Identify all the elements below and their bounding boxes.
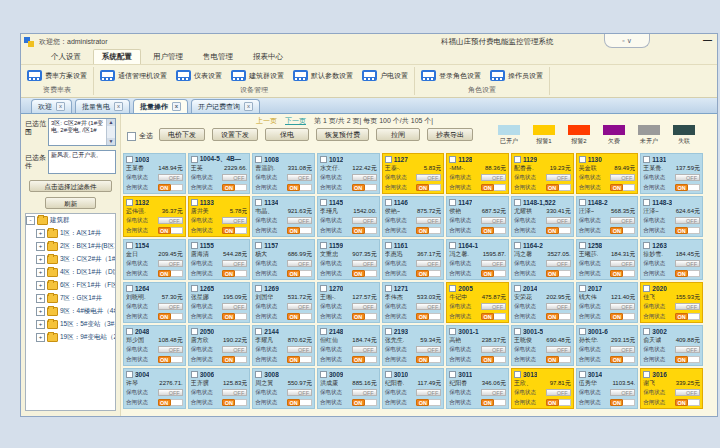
meter-card[interactable]: 1128-MM-.88.36元保电状态OFF合闸状态ON xyxy=(446,153,509,194)
switch-state-toggle-on[interactable]: ON xyxy=(158,313,183,320)
switch-state-toggle-on[interactable]: ON xyxy=(222,270,247,277)
card-checkbox[interactable] xyxy=(514,371,521,378)
meter-card[interactable]: 2014安荣花202.95元保电状态OFF合闸状态ON xyxy=(511,282,574,323)
power-protect-toggle-off[interactable]: OFF xyxy=(416,217,441,224)
switch-state-toggle-on[interactable]: ON xyxy=(222,313,247,320)
switch-state-toggle-on[interactable]: ON xyxy=(546,270,571,277)
card-checkbox[interactable] xyxy=(579,371,586,378)
switch-state-toggle-on[interactable]: ON xyxy=(546,356,571,363)
expand-icon[interactable]: + xyxy=(36,281,45,290)
card-checkbox[interactable] xyxy=(126,285,133,292)
power-protect-toggle-off[interactable]: OFF xyxy=(352,346,377,353)
meter-card[interactable]: 1004-5、4B—王英2329.66.保电状态OFF合闸状态ON xyxy=(188,153,251,194)
tree-item[interactable]: +9区：4#楼电井（4#楼 xyxy=(26,305,115,318)
card-checkbox[interactable] xyxy=(191,371,198,378)
power-protect-toggle-off[interactable]: OFF xyxy=(481,346,506,353)
switch-state-toggle-on[interactable]: ON xyxy=(416,313,441,320)
ribbon-button-操作员设置[interactable]: 操作员设置 xyxy=(490,70,543,81)
card-checkbox[interactable] xyxy=(643,285,650,292)
power-protect-toggle-off[interactable]: OFF xyxy=(546,346,571,353)
tree-root[interactable]: -建筑群 xyxy=(26,214,115,227)
expand-icon[interactable]: + xyxy=(36,268,45,277)
card-checkbox[interactable] xyxy=(126,371,133,378)
meter-card[interactable]: 3014伍秀华1103.54.保电状态OFF合闸状态ON xyxy=(576,368,639,409)
expand-icon[interactable]: + xyxy=(36,294,45,303)
power-protect-toggle-off[interactable]: OFF xyxy=(610,346,635,353)
switch-state-toggle-on[interactable]: ON xyxy=(222,227,247,234)
card-checkbox[interactable] xyxy=(643,199,650,206)
power-protect-toggle-off[interactable]: OFF xyxy=(546,303,571,310)
card-checkbox[interactable] xyxy=(191,285,198,292)
card-checkbox[interactable] xyxy=(191,156,198,163)
meter-card[interactable]: 1146侯艳~875.72元保电状态OFF合闸状态ON xyxy=(382,196,445,237)
switch-state-toggle-on[interactable]: ON xyxy=(416,356,441,363)
power-protect-toggle-off[interactable]: OFF xyxy=(481,389,506,396)
power-protect-toggle-off[interactable]: OFF xyxy=(222,389,247,396)
power-protect-toggle-off[interactable]: OFF xyxy=(416,303,441,310)
meter-card[interactable]: 1264刘晓明.57.30元保电状态OFF合闸状态ON xyxy=(123,282,186,323)
meter-card[interactable]: 3010纪阳春.117.49元保电状态OFF合闸状态ON xyxy=(382,368,445,409)
doc-tab-批量操作[interactable]: 批量操作x xyxy=(133,99,188,113)
doc-tab-开户记费查询[interactable]: 开户记费查询x xyxy=(191,99,260,113)
meter-card[interactable]: 3016谢飞339.25元保电状态OFF合闸状态ON xyxy=(640,368,703,409)
meter-card[interactable]: 3006王齐骥125.83元保电状态OFF合闸状态ON xyxy=(188,368,251,409)
switch-state-toggle-on[interactable]: ON xyxy=(675,313,700,320)
meter-card[interactable]: 1164-2冯之馨3527.05.保电状态OFF合闸状态ON xyxy=(511,239,574,280)
ribbon-button-户电设置[interactable]: 户电设置 xyxy=(362,70,408,81)
switch-state-toggle-on[interactable]: ON xyxy=(352,313,377,320)
card-checkbox[interactable] xyxy=(385,199,392,206)
power-protect-toggle-off[interactable]: OFF xyxy=(675,303,700,310)
condition-box[interactable]: 新风表, 已开户表, xyxy=(48,150,116,174)
tree-item[interactable]: +6区：F区1#井（F区1# xyxy=(26,279,115,292)
range-scrollbar[interactable]: ▲ ▼ xyxy=(106,119,115,145)
ribbon-button-建筑群设置[interactable]: 建筑群设置 xyxy=(231,70,284,81)
scroll-up-icon[interactable]: ▲ xyxy=(107,119,115,126)
card-checkbox[interactable] xyxy=(449,285,456,292)
power-protect-toggle-off[interactable]: OFF xyxy=(610,217,635,224)
meter-card[interactable]: 1147侯艳687.52元保电状态OFF合闸状态ON xyxy=(446,196,509,237)
card-checkbox[interactable] xyxy=(320,371,327,378)
switch-state-toggle-on[interactable]: ON xyxy=(610,227,635,234)
meter-card[interactable]: 3008周之翼550.97元保电状态OFF合闸状态ON xyxy=(252,368,315,409)
meter-card[interactable]: 2005牛记中475.87元保电状态OFF合闸状态ON xyxy=(446,282,509,323)
power-protect-toggle-off[interactable]: OFF xyxy=(158,346,183,353)
meter-card[interactable]: 1148-2汪泽~568.35元保电状态OFF合闸状态ON xyxy=(576,196,639,237)
card-checkbox[interactable] xyxy=(579,156,586,163)
power-protect-toggle-off[interactable]: OFF xyxy=(222,217,247,224)
meter-card[interactable]: 3001-5王晓俊690.48元保电状态OFF合闸状态ON xyxy=(511,325,574,366)
power-protect-toggle-off[interactable]: OFF xyxy=(675,174,700,181)
switch-state-toggle-on[interactable]: ON xyxy=(546,184,571,191)
card-checkbox[interactable] xyxy=(514,199,521,206)
power-protect-toggle-off[interactable]: OFF xyxy=(287,174,312,181)
switch-state-toggle-on[interactable]: ON xyxy=(287,227,312,234)
power-protect-toggle-off[interactable]: OFF xyxy=(158,217,183,224)
power-protect-toggle-off[interactable]: OFF xyxy=(675,346,700,353)
meter-card[interactable]: 1154金日209.45元保电状态OFF合闸状态ON xyxy=(123,239,186,280)
power-protect-toggle-off[interactable]: OFF xyxy=(352,303,377,310)
meter-card[interactable]: 1164-1冯之馨.1595.87.保电状态OFF合闸状态ON xyxy=(446,239,509,280)
card-checkbox[interactable] xyxy=(255,328,262,335)
switch-state-toggle-on[interactable]: ON xyxy=(158,270,183,277)
switch-state-toggle-on[interactable]: ON xyxy=(481,356,506,363)
card-checkbox[interactable] xyxy=(320,242,327,249)
card-checkbox[interactable] xyxy=(320,156,327,163)
ribbon-button-登录角色设置[interactable]: 登录角色设置 xyxy=(421,70,481,81)
switch-state-toggle-on[interactable]: ON xyxy=(287,356,312,363)
card-checkbox[interactable] xyxy=(320,328,327,335)
expand-icon[interactable]: + xyxy=(36,255,45,264)
switch-state-toggle-on[interactable]: ON xyxy=(158,184,183,191)
power-protect-toggle-off[interactable]: OFF xyxy=(610,260,635,267)
expand-icon[interactable]: + xyxy=(36,320,45,329)
card-checkbox[interactable] xyxy=(255,285,262,292)
card-checkbox[interactable] xyxy=(255,371,262,378)
ribbon-button-仪表设置[interactable]: 仪表设置 xyxy=(176,70,222,81)
expand-icon[interactable]: + xyxy=(36,242,45,251)
card-checkbox[interactable] xyxy=(191,328,198,335)
switch-state-toggle-on[interactable]: ON xyxy=(416,399,441,406)
switch-state-toggle-on[interactable]: ON xyxy=(352,356,377,363)
switch-state-toggle-on[interactable]: ON xyxy=(287,270,312,277)
card-checkbox[interactable] xyxy=(385,328,392,335)
action-button-设置下发[interactable]: 设置下发 xyxy=(212,128,258,141)
card-checkbox[interactable] xyxy=(255,156,262,163)
power-protect-toggle-off[interactable]: OFF xyxy=(287,389,312,396)
